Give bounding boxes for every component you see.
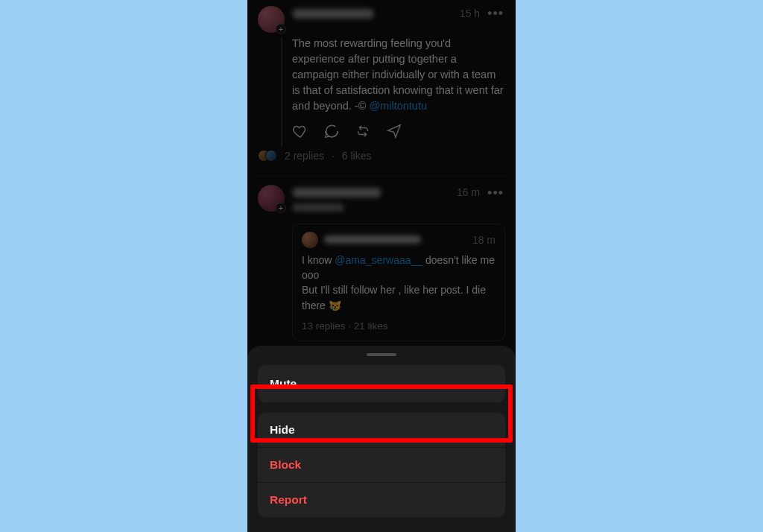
separator: · [346,320,354,332]
username-blurred [324,235,421,244]
hide-label: Hide [270,423,295,436]
replies-count: 13 replies [302,320,346,332]
report-label: Report [270,493,307,506]
hide-option[interactable]: Hide [258,413,505,447]
quoted-text: I know [302,254,335,266]
mention-link[interactable]: @miltontutu [369,100,427,112]
share-icon[interactable] [386,123,402,139]
post-body: The most rewarding feeling you'd experie… [292,36,505,114]
username-blurred [292,9,374,19]
sheet-group: Hide Block Report [258,413,505,517]
follow-plus-icon[interactable]: + [276,203,286,213]
quoted-post[interactable]: 18 m I know @ama_serwaaa__ doesn't like … [292,224,505,342]
quoted-meta: 13 replies · 21 likes [302,319,496,334]
phone-frame: + 15 h ••• The most rewarding feeling yo… [247,0,516,532]
subtext-blurred [292,203,344,212]
mini-avatar [265,150,277,162]
feed: + 15 h ••• The most rewarding feeling yo… [247,0,516,380]
report-option[interactable]: Report [258,482,505,517]
quoted-header: 18 m [302,232,496,248]
post-time: 15 h [460,6,480,21]
post-header: + 15 h ••• [258,6,505,33]
action-sheet: Mute Hide Block Report [247,346,516,533]
post-time: 16 m [457,185,480,200]
avatar [302,232,318,248]
likes-count: 6 likes [342,148,372,163]
quoted-text: But I'll still follow her , like her pos… [302,284,486,311]
quoted-body: I know @ama_serwaaa__ doesn't like me oo… [302,253,496,313]
sheet-grabber[interactable] [367,353,396,357]
like-icon[interactable] [292,123,308,139]
follow-plus-icon[interactable]: + [276,24,286,34]
more-icon[interactable]: ••• [486,10,505,17]
mini-avatars [258,150,277,162]
replies-count: 2 replies [285,148,324,163]
replies-row[interactable]: 2 replies · 6 likes [258,148,505,163]
block-label: Block [270,458,301,471]
likes-count: 21 likes [354,320,388,332]
post-header: + 16 m ••• [258,185,505,215]
separator: · [332,148,335,163]
block-option[interactable]: Block [258,447,505,482]
avatar[interactable]: + [258,6,285,33]
mute-option[interactable]: Mute [258,365,505,402]
comment-icon[interactable] [323,123,340,139]
post: + 15 h ••• The most rewarding feeling yo… [258,1,505,174]
mute-label: Mute [270,377,297,390]
thread-line [281,37,282,147]
quoted-time: 18 m [472,232,496,247]
repost-icon[interactable] [355,123,371,139]
avatar[interactable]: + [258,185,285,212]
post-actions [292,123,505,139]
mention-link[interactable]: @ama_serwaaa__ [335,254,422,266]
more-icon[interactable]: ••• [486,189,505,197]
username-blurred [292,188,382,197]
